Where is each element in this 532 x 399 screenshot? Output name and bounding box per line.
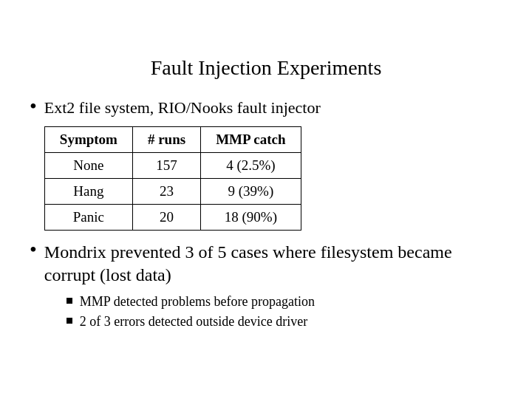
bullet-1: • Ext2 file system, RIO/Nooks fault inje…	[30, 98, 502, 231]
row-3-runs: 20	[132, 204, 200, 230]
row-2-symptom: Hang	[44, 178, 132, 204]
bullet-2-text: Mondrix prevented 3 of 5 cases where fil…	[44, 242, 452, 284]
sub-bullet-2: 2 of 3 errors detected outside device dr…	[66, 314, 502, 330]
row-1-runs: 157	[132, 152, 200, 178]
sub-bullet-1: MMP detected problems before propagation	[66, 294, 502, 310]
fault-table: Symptom # runs MMP catch None 157 4 (2.5…	[44, 126, 301, 231]
bullet-2: • Mondrix prevented 3 of 5 cases where f…	[30, 241, 502, 334]
bullet-2-dot: •	[30, 239, 37, 260]
table-header-row: Symptom # runs MMP catch	[44, 126, 301, 152]
sub-bullet-2-icon	[66, 318, 72, 324]
slide-title: Fault Injection Experiments	[30, 56, 502, 80]
row-2-runs: 23	[132, 178, 200, 204]
table-row: None 157 4 (2.5%)	[44, 152, 301, 178]
sub-bullet-2-text: 2 of 3 errors detected outside device dr…	[80, 314, 307, 330]
row-2-mmp: 9 (39%)	[201, 178, 301, 204]
slide: Fault Injection Experiments • Ext2 file …	[7, 41, 525, 358]
row-1-symptom: None	[44, 152, 132, 178]
bullet-1-text: Ext2 file system, RIO/Nooks fault inject…	[44, 98, 321, 117]
row-3-symptom: Panic	[44, 204, 132, 230]
sub-bullet-1-icon	[66, 298, 72, 304]
col-runs: # runs	[132, 126, 200, 152]
table-row: Hang 23 9 (39%)	[44, 178, 301, 204]
row-1-mmp: 4 (2.5%)	[201, 152, 301, 178]
table-wrapper: Symptom # runs MMP catch None 157 4 (2.5…	[44, 126, 321, 231]
col-mmp: MMP catch	[201, 126, 301, 152]
table-row: Panic 20 18 (90%)	[44, 204, 301, 230]
sub-bullet-1-text: MMP detected problems before propagation	[80, 294, 315, 310]
sub-bullets: MMP detected problems before propagation…	[66, 294, 502, 330]
row-3-mmp: 18 (90%)	[201, 204, 301, 230]
col-symptom: Symptom	[44, 126, 132, 152]
bullet-1-dot: •	[30, 96, 37, 117]
